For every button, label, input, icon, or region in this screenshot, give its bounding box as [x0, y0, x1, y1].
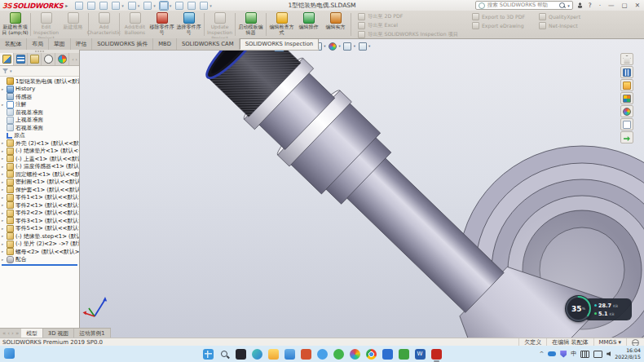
file-explorer-icon[interactable]: [620, 79, 633, 91]
task-view-taskbar-icon[interactable]: [236, 349, 246, 360]
print-icon-caret[interactable]: ▾: [138, 3, 140, 8]
panel-tab-displaymanager-icon[interactable]: [55, 53, 69, 65]
wps-taskbar-icon[interactable]: [399, 349, 409, 360]
tab-SOLIDWORKS 插件[interactable]: SOLIDWORKS 插件: [92, 38, 153, 50]
tray-chevron-icon[interactable]: ^: [539, 351, 544, 357]
table-icon[interactable]: [187, 2, 196, 10]
file-explorer-taskbar-icon[interactable]: [268, 349, 279, 360]
start-taskbar-icon[interactable]: [203, 349, 214, 360]
tree-filter[interactable]: ▾: [0, 66, 79, 77]
panel-tab-arrows[interactable]: ‹›: [72, 53, 79, 65]
clock[interactable]: 16:04 2022/8/15: [615, 347, 641, 360]
menu-expand-arrow[interactable]: ▸: [65, 2, 68, 8]
panel-tab-featuremanager-tree-icon[interactable]: [0, 53, 14, 65]
doc-tab-nav-icon[interactable]: «: [2, 330, 6, 337]
tree-item[interactable]: ▸密封圈<1> (默认<<默认>_显示状: [0, 179, 79, 187]
tree-item[interactable]: ▸(-) 垫片 (2)<2> ->? (默认<<默认>: [0, 241, 79, 249]
appearances-scenes-icon[interactable]: [620, 105, 633, 117]
ribbon-button-balloons[interactable]: Add/Edit Balloons: [121, 11, 148, 38]
search-taskbar-icon[interactable]: [219, 349, 230, 360]
tree-item[interactable]: 原点: [0, 132, 79, 140]
tree-item[interactable]: ▸零件3<1> (默认<<默认>_显示状态: [0, 217, 79, 225]
tree-item[interactable]: ▸保护套<1> (默认<<默认>_显示状: [0, 186, 79, 194]
ribbon-button-select-balloon[interactable]: 选择零件序号: [175, 11, 202, 38]
ribbon-button-template-editor[interactable]: 启动模板编辑器: [237, 11, 264, 38]
tree-item[interactable]: ▸螺母<2> (默认<<默认>_显示状态: [0, 248, 79, 256]
ime-indicator[interactable]: 中: [571, 350, 576, 358]
panel-tab-arrow-icon[interactable]: ‹: [72, 56, 73, 62]
tree-item[interactable]: ▸零件2<1> (默认<<默认>_显示状态: [0, 201, 79, 210]
panel-tab-dimxpertmanager-icon[interactable]: [42, 53, 55, 65]
tree-item[interactable]: ▸外壳 (2)<1> (默认<<默认>_显示状: [0, 139, 79, 148]
undo-icon-caret[interactable]: ▾: [153, 3, 156, 8]
edge-taskbar-icon[interactable]: [252, 349, 262, 360]
filter-caret-icon[interactable]: ▾: [10, 68, 12, 73]
rollback-bar[interactable]: [2, 264, 77, 266]
chrome-taskbar-icon[interactable]: [366, 349, 377, 360]
select-arrow-icon-caret[interactable]: ▾: [170, 3, 172, 8]
search-caret-icon[interactable]: ▾: [567, 3, 570, 8]
tree-item[interactable]: ▸零件2<2> (默认<<默认>_显示状态: [0, 210, 79, 218]
tree-item[interactable]: ▸(-) 温度传感器<1> (默认<<默认>_: [0, 163, 79, 171]
export-item[interactable]: 导出至 SOLIDWORKS Inspection 项目: [358, 31, 458, 38]
powerpoint-taskbar-icon[interactable]: [301, 349, 311, 360]
tree-item[interactable]: ▸配合: [0, 256, 79, 264]
tree-item[interactable]: ▸固定螺栓<1> (默认<<默认>_显示状: [0, 170, 79, 179]
tab-SOLIDWORKS Inspection[interactable]: SOLIDWORKS Inspection: [240, 38, 320, 50]
export-item[interactable]: Net-Inspect: [539, 22, 580, 29]
ribbon-button-update-inspection[interactable]: Update Inspection Project: [206, 11, 233, 38]
export-item[interactable]: Export eDrawing: [472, 22, 525, 29]
blue-doc-app-taskbar-icon[interactable]: [382, 349, 393, 360]
minimize-button[interactable]: —: [607, 2, 616, 9]
help-caret[interactable]: ·: [598, 2, 602, 9]
help-button[interactable]: ?: [587, 2, 593, 9]
tree-item[interactable]: ▸(-) 绝缘垫片<1> (默认<<默认>_显: [0, 148, 79, 156]
tree-item[interactable]: ▸零件5<1> (默认<<默认>_显示状态: [0, 225, 79, 233]
tree-item[interactable]: ▸(-) 上盖<1> (默认<<默认>_显示状: [0, 155, 79, 163]
export-item[interactable]: Export to 3D PDF: [472, 13, 525, 20]
tree-item[interactable]: ▸注解: [0, 101, 79, 109]
green-app-taskbar-icon[interactable]: [333, 349, 344, 360]
view-settings-icon-caret[interactable]: ▾: [368, 44, 370, 48]
tree-item[interactable]: ▸History: [0, 86, 79, 94]
cloud-taskbar-icon[interactable]: [317, 349, 328, 360]
ribbon-button-remove-balloon[interactable]: 移除零件序号: [148, 11, 175, 38]
apply-scene-icon[interactable]: [343, 42, 352, 51]
ribbon-button-edit-method[interactable]: 编辑检查方式: [268, 11, 295, 38]
doc-tab-nav-icon[interactable]: ›: [11, 330, 14, 337]
edit-appearance-icon[interactable]: [329, 42, 337, 51]
tree-item[interactable]: 传感器: [0, 93, 79, 101]
options-icon-caret[interactable]: ▾: [210, 3, 212, 8]
view-palette-icon[interactable]: [620, 92, 633, 104]
tree-item[interactable]: 右视基准面: [0, 124, 79, 132]
model-thermocouple-assembly[interactable]: [80, 39, 644, 338]
tab-草图[interactable]: 草图: [49, 38, 71, 50]
restore-button[interactable]: ▢: [620, 2, 629, 9]
panel-tab-propertymanager-icon[interactable]: [14, 53, 28, 65]
login-icon[interactable]: [577, 2, 583, 8]
export-item[interactable]: 导出至 Excel: [358, 22, 458, 29]
edit-appearance-icon-caret[interactable]: ▾: [339, 44, 341, 48]
tab-评估[interactable]: 评估: [71, 38, 93, 50]
save-icon[interactable]: [112, 2, 120, 10]
doc-tab-nav-icon[interactable]: ‹: [7, 330, 10, 337]
options-icon[interactable]: [200, 2, 208, 10]
export-item[interactable]: 导出至 2D PDF: [358, 13, 458, 20]
select-arrow-icon[interactable]: [160, 2, 168, 10]
rebuild-icon[interactable]: [175, 2, 183, 10]
ribbon-button-edit-operation[interactable]: 编辑操作: [295, 11, 322, 38]
touch-keyboard-icon[interactable]: [580, 351, 589, 358]
print-icon[interactable]: [128, 2, 136, 10]
word-taskbar-icon[interactable]: W: [415, 349, 426, 360]
tree-item[interactable]: ▸(-) 绝缘垫.step<1> (默认<<默认>: [0, 232, 79, 241]
tab-装配体[interactable]: 装配体: [0, 38, 27, 50]
tree-item[interactable]: 上视基准面: [0, 117, 79, 125]
undo-icon[interactable]: [143, 2, 152, 10]
ribbon-button-new-spec[interactable]: 新建规格: [60, 11, 86, 38]
security-shield-icon[interactable]: [560, 351, 567, 358]
home-icon[interactable]: [75, 2, 83, 10]
open-icon[interactable]: [99, 2, 108, 10]
tree-item[interactable]: 前视基准面: [0, 108, 79, 117]
color-circle-app-taskbar-icon[interactable]: [350, 349, 360, 360]
tree-item[interactable]: ▸零件1<1> (默认<<默认>_显示状态: [0, 194, 79, 202]
